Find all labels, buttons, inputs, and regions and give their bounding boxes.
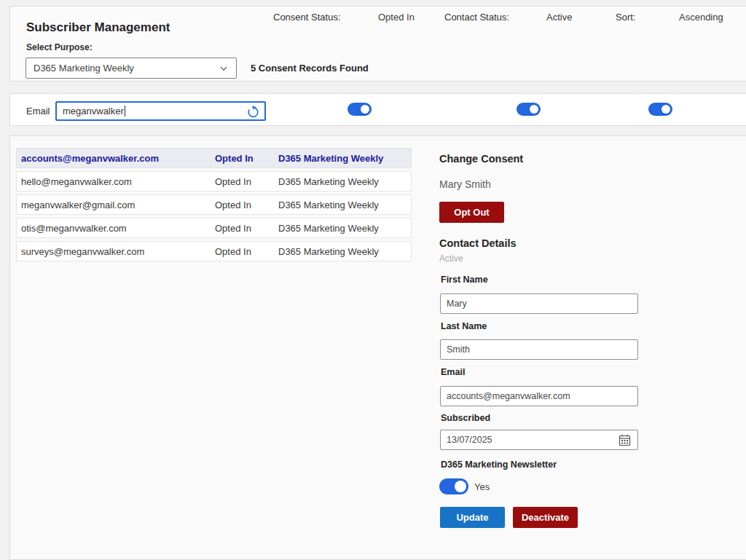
newsletter-toggle[interactable] [439, 478, 468, 494]
opt-out-button[interactable]: Opt Out [439, 202, 504, 223]
subscribed-label: Subscribed [441, 413, 490, 423]
consent-status-toggle[interactable] [348, 103, 372, 116]
contact-status-text: Active [439, 253, 463, 264]
contact-status-toggle[interactable] [517, 103, 541, 116]
row-status: Opted In [215, 223, 278, 234]
row-purpose: D365 Marketing Weekly [278, 200, 411, 210]
select-purpose-label: Select Purpose: [26, 42, 93, 52]
deactivate-button[interactable]: Deactivate [513, 507, 578, 528]
table-row[interactable]: accounts@meganvwalker.com Opted In D365 … [16, 148, 412, 168]
change-consent-heading: Change Consent [439, 153, 523, 165]
chevron-down-icon [219, 63, 229, 74]
sort-label: Sort: [616, 12, 635, 23]
table-row[interactable]: meganvwalker@gmail.com Opted In D365 Mar… [16, 194, 412, 215]
row-purpose: D365 Marketing Weekly [278, 223, 411, 234]
purpose-dropdown-value: D365 Marketing Weekly [34, 63, 134, 74]
search-input[interactable] [57, 103, 264, 119]
page-title: Subscriber Management [26, 20, 170, 35]
subscribed-date-field[interactable] [440, 430, 638, 450]
row-email: hello@meganvwalker.com [21, 176, 215, 187]
consent-status-label: Consent Status: [273, 12, 341, 23]
row-status: Opted In [215, 246, 278, 257]
table-row[interactable]: otis@meganvwalker.com Opted In D365 Mark… [16, 218, 412, 238]
first-name-field[interactable] [440, 293, 638, 314]
table-row[interactable]: surveys@meganvwalker.com Opted In D365 M… [16, 241, 412, 261]
refresh-icon[interactable] [246, 105, 260, 119]
subscriber-management-app: Subscriber Management Select Purpose: D3… [0, 0, 746, 560]
last-name-label: Last Name [441, 321, 487, 331]
row-email: meganvwalker@gmail.com [21, 200, 215, 210]
email-search-box [55, 101, 266, 121]
sort-toggle[interactable] [648, 103, 672, 116]
text-caret [125, 106, 125, 117]
email-label: Email [441, 367, 465, 377]
row-email: otis@meganvwalker.com [21, 223, 215, 234]
row-email: accounts@meganvwalker.com [21, 153, 215, 164]
sort-value: Ascending [679, 12, 723, 23]
contact-status-value: Active [546, 12, 572, 23]
consent-records-table: accounts@meganvwalker.com Opted In D365 … [16, 148, 412, 261]
table-row[interactable]: hello@meganvwalker.com Opted In D365 Mar… [16, 171, 412, 192]
row-purpose: D365 Marketing Weekly [278, 153, 411, 164]
calendar-icon[interactable] [619, 434, 631, 446]
newsletter-toggle-value: Yes [474, 481, 490, 492]
purpose-dropdown[interactable]: D365 Marketing Weekly [25, 58, 237, 79]
row-status: Opted In [215, 200, 278, 210]
email-filter-label: Email [26, 106, 50, 117]
contact-status-label: Contact Status: [444, 12, 509, 23]
row-purpose: D365 Marketing Weekly [278, 176, 411, 187]
consent-status-value: Opted In [378, 12, 415, 23]
row-status: Opted In [215, 176, 278, 187]
email-field[interactable] [440, 386, 638, 406]
update-button[interactable]: Update [440, 507, 505, 528]
contact-name: Mary Smith [439, 178, 491, 190]
first-name-label: First Name [441, 275, 488, 285]
records-found-count: 5 Consent Records Found [251, 63, 369, 74]
newsletter-label: D365 Marketing Newsletter [441, 460, 557, 470]
row-email: surveys@meganvwalker.com [21, 246, 215, 257]
last-name-field[interactable] [440, 339, 638, 360]
row-purpose: D365 Marketing Weekly [278, 246, 411, 257]
contact-details-heading: Contact Details [439, 237, 517, 249]
row-status: Opted In [215, 153, 278, 164]
